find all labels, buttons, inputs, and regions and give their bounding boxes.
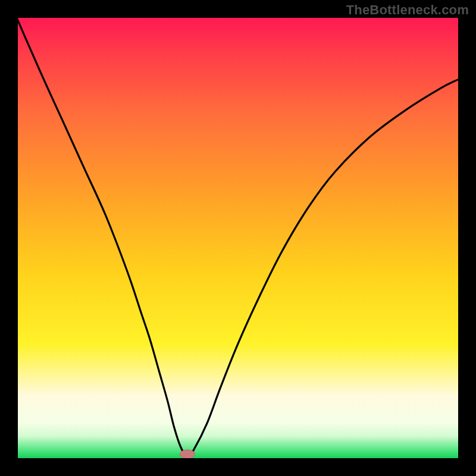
- plot-area: [18, 18, 458, 458]
- bottleneck-curve: [18, 18, 458, 458]
- chart-frame: TheBottleneck.com: [0, 0, 476, 476]
- optimal-point-marker: [180, 450, 195, 458]
- attribution-label: TheBottleneck.com: [346, 2, 469, 18]
- curve-svg: [18, 18, 458, 458]
